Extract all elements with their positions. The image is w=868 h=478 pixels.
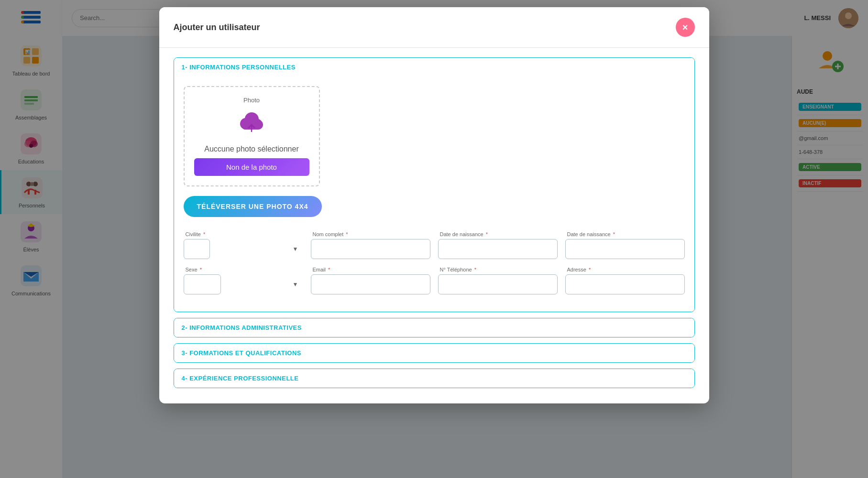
date-naissance1-input[interactable]	[438, 239, 558, 259]
sexe-wrapper: Masculin Féminin ▼	[184, 274, 303, 294]
field-nom-complet: Nom complet *	[311, 231, 430, 259]
modal-header: Ajouter un utilisateur ×	[159, 7, 709, 48]
add-user-modal: Ajouter un utilisateur × 1- INFORMATIONS…	[159, 7, 709, 403]
form-row-1: Civilite * M. Mme Mlle ▼	[184, 231, 685, 259]
section-informations-administratives: 2- INFORMATIONS ADMINISTRATIVES	[174, 318, 695, 337]
sexe-arrow-icon: ▼	[293, 281, 298, 288]
sexe-select[interactable]: Masculin Féminin	[184, 274, 221, 294]
modal-close-button[interactable]: ×	[676, 18, 695, 37]
date-naissance2-input[interactable]	[565, 239, 685, 259]
section-header-1[interactable]: 1- INFORMATIONS PERSONNELLES	[174, 58, 694, 76]
section-header-2[interactable]: 2- INFORMATIONS ADMINISTRATIVES	[174, 318, 694, 337]
modal-body: 1- INFORMATIONS PERSONNELLES Photo Auccu…	[159, 48, 709, 403]
field-adresse: Adresse *	[565, 267, 685, 294]
civilite-arrow-icon: ▼	[293, 246, 298, 252]
section-header-3[interactable]: 3- FORMATIONS ET QUALIFICATIONS	[174, 344, 694, 362]
modal-title: Ajouter un utilisateur	[174, 22, 260, 33]
label-date-naissance1: Date de naissance *	[438, 231, 558, 237]
label-nom-complet: Nom complet *	[311, 231, 430, 237]
field-email: Email *	[311, 267, 430, 294]
label-email: Email *	[311, 267, 430, 272]
label-date-naissance2: Date de naissance *	[565, 231, 685, 237]
cloud-upload-icon	[237, 109, 266, 140]
upload-photo-button[interactable]: TÉLÉVERSER UNE PHOTO 4X4	[184, 196, 322, 217]
civilite-select[interactable]: M. Mme Mlle	[184, 239, 210, 259]
no-photo-button[interactable]: Non de la photo	[194, 158, 309, 176]
photo-label: Photo	[243, 97, 260, 104]
label-telephone: N° Téléphone *	[438, 267, 558, 272]
field-date-naissance1: Date de naissance *	[438, 231, 558, 259]
field-sexe: Sexe * Masculin Féminin ▼	[184, 267, 303, 294]
section-body-1: Photo Auccune photo sélectionner Non de …	[174, 76, 694, 312]
email-input[interactable]	[311, 274, 430, 294]
no-photo-text: Auccune photo sélectionner	[204, 145, 298, 153]
adresse-input[interactable]	[565, 274, 685, 294]
field-telephone: N° Téléphone *	[438, 267, 558, 294]
form-row-2: Sexe * Masculin Féminin ▼	[184, 267, 685, 294]
section-formations-qualifications: 3- FORMATIONS ET QUALIFICATIONS	[174, 343, 695, 363]
label-civilite: Civilite *	[184, 231, 303, 237]
civilite-wrapper: M. Mme Mlle ▼	[184, 239, 303, 259]
field-date-naissance2: Date de naissance *	[565, 231, 685, 259]
section-header-4[interactable]: 4- EXPÉRIENCE PROFESSIONNELLE	[174, 369, 694, 388]
label-adresse: Adresse *	[565, 267, 685, 272]
section-informations-personnelles: 1- INFORMATIONS PERSONNELLES Photo Auccu…	[174, 57, 695, 312]
photo-upload-area[interactable]: Photo Auccune photo sélectionner Non de …	[184, 86, 320, 186]
field-civilite: Civilite * M. Mme Mlle ▼	[184, 231, 303, 259]
section-experience-professionnelle: 4- EXPÉRIENCE PROFESSIONNELLE	[174, 369, 695, 388]
nom-complet-input[interactable]	[311, 239, 430, 259]
label-sexe: Sexe *	[184, 267, 303, 272]
telephone-input[interactable]	[438, 274, 558, 294]
